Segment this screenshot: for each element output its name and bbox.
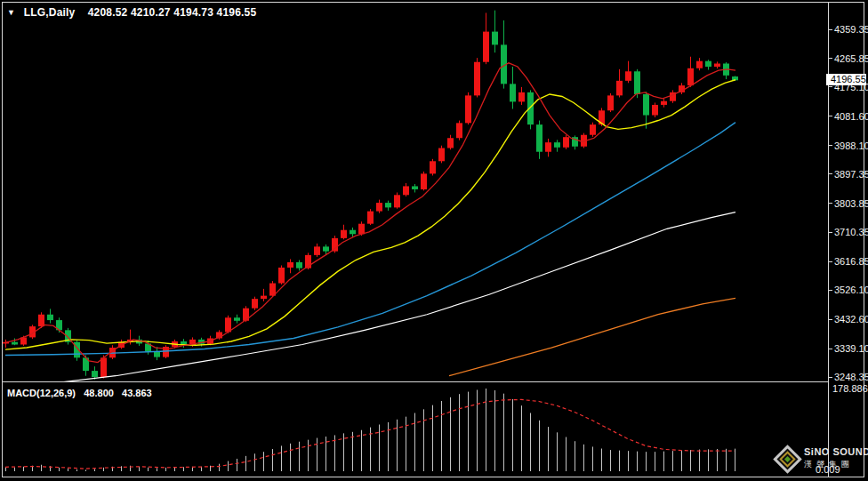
axis-tick: [828, 116, 832, 116]
axis-tick: [828, 86, 832, 87]
axis-tick: [828, 232, 832, 233]
chevron-down-icon[interactable]: ▼: [7, 8, 15, 17]
macd-main-value: 48.800: [84, 388, 114, 398]
axis-tick: [828, 29, 832, 30]
price-axis-label: 3339.10: [834, 343, 868, 354]
axis-tick: [828, 173, 832, 174]
price-axis-label: 4081.60: [834, 111, 868, 122]
price-axis-label: 3897.35: [834, 169, 868, 180]
macd-signal-value: 43.863: [122, 388, 152, 398]
macd-histogram: [6, 389, 735, 471]
axis-tick: [828, 58, 832, 59]
axis-tick: [828, 203, 832, 204]
pane-separator[interactable]: [3, 381, 828, 382]
price-axis-label: 3710.35: [834, 227, 868, 237]
mt4-chart-window: ▼ LLG,Daily 4208.52 4210.27 4194.73 4196…: [0, 0, 868, 481]
price-axis-label: 3248.35: [834, 372, 868, 382]
axis-tick: [828, 377, 832, 378]
macd-scale-max: 178.886: [832, 383, 868, 394]
macd-pane[interactable]: [3, 385, 828, 474]
macd-scale-min: 0.009: [816, 464, 840, 475]
price-axis-label: 3803.85: [834, 198, 868, 209]
price-axis-label: 3988.10: [834, 140, 868, 151]
price-axis-label: 3526.10: [834, 285, 868, 295]
price-axis-label: 3616.85: [834, 256, 868, 267]
sino-sound-logo-icon: [773, 445, 802, 474]
axis-tick: [828, 261, 832, 262]
price-axis-label: 4359.35: [834, 24, 868, 35]
price-axis-label: 4265.85: [834, 53, 868, 64]
watermark-line1: SiNO SOUND: [804, 446, 868, 457]
chart-title: ▼ LLG,Daily 4208.52 4210.27 4194.73 4196…: [7, 6, 256, 19]
axis-tick: [828, 349, 832, 349]
current-price-badge: 4196.55: [826, 74, 866, 85]
symbol-period-label: LLG,Daily: [24, 6, 76, 19]
macd-indicator-label: MACD(12,26,9) 48.800 43.863: [7, 388, 152, 398]
axis-tick: [828, 319, 832, 320]
main-chart-pane[interactable]: [3, 3, 828, 381]
price-axis-label: 3432.60: [834, 314, 868, 325]
axis-tick: [828, 145, 832, 146]
ohlc-values: 4208.52 4210.27 4194.73 4196.55: [88, 6, 257, 19]
axis-tick: [828, 290, 832, 291]
